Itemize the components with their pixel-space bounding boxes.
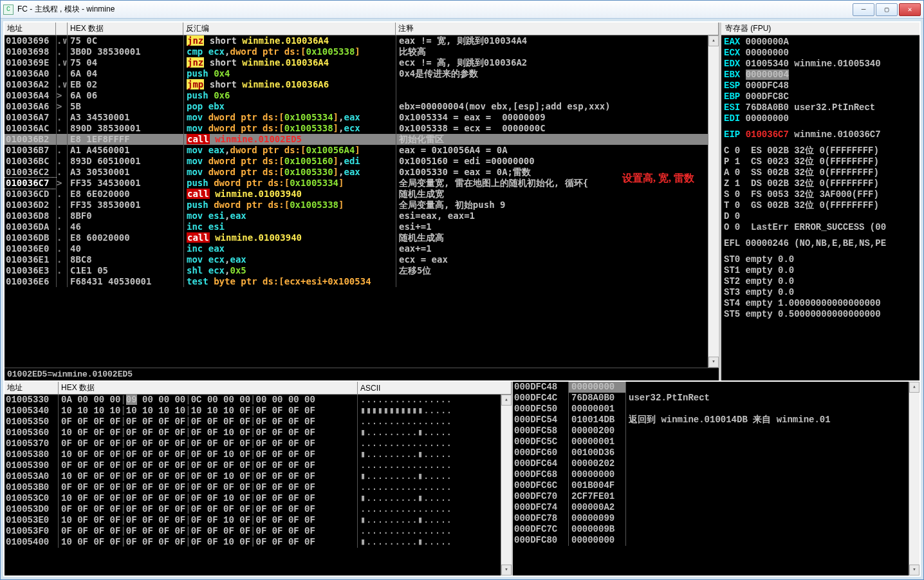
- stack-row[interactable]: 000DFC4800000000: [513, 382, 909, 393]
- disasm-row[interactable]: 010036AC. 890D 38530001mov dword ptr ds:…: [5, 123, 708, 134]
- dump-row[interactable]: 0100536010 0F 0F 0F|0F 0F 0F 0F|0F 0F 10…: [5, 427, 501, 438]
- disasm-row[interactable]: 010036C2. A3 30530001mov dword ptr ds:[0…: [5, 167, 708, 178]
- flag-line[interactable]: C 0 ES 002B 32位 0(FFFFFFFF): [724, 145, 917, 156]
- stack-row[interactable]: 000DFC54010014DB返回到 winmine.010014DB 来自 …: [513, 415, 909, 426]
- scrollbar-disasm[interactable]: ▴ ▾: [708, 35, 719, 368]
- dump-row[interactable]: 010053300A 00 00 00|09 00 00 00|0C 00 00…: [5, 395, 501, 406]
- minimize-button[interactable]: ─: [853, 3, 874, 16]
- disasm-row[interactable]: 010036E0. 40inc eaxeax+=1: [5, 243, 708, 254]
- register-eip[interactable]: EIP 010036C7 winmine.010036C7: [724, 129, 917, 140]
- close-button[interactable]: ✕: [899, 3, 921, 16]
- dump-col-hex[interactable]: HEX 数据: [59, 382, 358, 394]
- stack-row[interactable]: 000DFC6C001B004F: [513, 480, 909, 491]
- scroll-up-icon[interactable]: ▴: [501, 395, 512, 406]
- disasm-row[interactable]: 010036DB. E8 60020000call winmine.010039…: [5, 232, 708, 243]
- dump-row[interactable]: 0100540010 0F 0F 0F|0F 0F 0F 0F|0F 0F 10…: [5, 537, 501, 548]
- titlebar[interactable]: C FC - 主线程 , 模块 - winmine ─ ▢ ✕: [1, 1, 923, 19]
- stack-row[interactable]: 000DFC7C0000009B: [513, 524, 909, 535]
- register-esp[interactable]: ESP 000DFC48: [724, 80, 917, 91]
- register-ebp[interactable]: EBP 000DFC8C: [724, 91, 917, 102]
- register-esi[interactable]: ESI 76D8A0B0 user32.PtInRect: [724, 102, 917, 113]
- disasm-row[interactable]: 0100369E.∨75 04jnz short winmine.010036A…: [5, 57, 708, 68]
- col-disasm[interactable]: 反汇编: [183, 23, 396, 35]
- fpu-line[interactable]: ST5 empty 0.50000000000000000: [724, 309, 917, 320]
- disasm-row[interactable]: 010036B7. A1 A4560001mov eax,dword ptr d…: [5, 145, 708, 156]
- registers-pane[interactable]: 寄存器 (FPU) EAX 0000000AECX 00000000EDX 01…: [720, 23, 919, 380]
- stack-row[interactable]: 000DFC7800000099: [513, 513, 909, 524]
- scroll-down-icon[interactable]: ▾: [909, 565, 919, 575]
- scroll-down-icon[interactable]: ▾: [708, 357, 719, 368]
- dump-row[interactable]: 010053E010 0F 0F 0F|0F 0F 0F 0F|0F 0F 10…: [5, 515, 501, 526]
- efl-line[interactable]: EFL 00000246 (NO,NB,E,BE,NS,PE: [724, 238, 917, 249]
- scroll-down-icon[interactable]: ▾: [501, 565, 512, 575]
- stack-row[interactable]: 000DFC6800000000: [513, 469, 909, 480]
- fpu-line[interactable]: ST2 empty 0.0: [724, 276, 917, 287]
- disasm-row[interactable]: 010036E3. C1E1 05shl ecx,0x5左移5位: [5, 265, 708, 276]
- stack-row[interactable]: 000DFC702CF7FE01: [513, 491, 909, 502]
- col-hex[interactable]: HEX 数据: [68, 23, 183, 35]
- dump-row[interactable]: 010053B00F 0F 0F 0F|0F 0F 0F 0F|0F 0F 0F…: [5, 482, 501, 493]
- disasm-row[interactable]: 010036D2. FF35 38530001push dword ptr ds…: [5, 200, 708, 210]
- register-ecx[interactable]: ECX 00000000: [724, 48, 917, 59]
- stack-row[interactable]: 000DFC5000000001: [513, 404, 909, 415]
- dump-row[interactable]: 0100534010 10 10 10|10 10 10 10|10 10 10…: [5, 406, 501, 416]
- disasm-row[interactable]: 01003698. 3B0D 38530001cmp ecx,dword ptr…: [5, 46, 708, 57]
- dump-row[interactable]: 010053F00F 0F 0F 0F|0F 0F 0F 0F|0F 0F 0F…: [5, 526, 501, 537]
- disasm-row[interactable]: 010036B2. E8 1EF8FFFFcall winmine.01002E…: [5, 134, 708, 145]
- dump-row[interactable]: 010053500F 0F 0F 0F|0F 0F 0F 0F|0F 0F 0F…: [5, 416, 501, 427]
- maximize-button[interactable]: ▢: [876, 3, 898, 16]
- flag-line[interactable]: A 0 SS 002B 32位 0(FFFFFFFF): [724, 167, 917, 178]
- register-edi[interactable]: EDI 00000000: [724, 113, 917, 124]
- scroll-up-icon[interactable]: ▴: [708, 35, 719, 46]
- scrollbar-stack[interactable]: ▴ ▾: [909, 382, 919, 575]
- disasm-row[interactable]: 010036CD. E8 6E020000call winmine.010039…: [5, 189, 708, 200]
- dump-row[interactable]: 0100538010 0F 0F 0F|0F 0F 0F 0F|0F 0F 10…: [5, 449, 501, 460]
- disasm-row[interactable]: 010036A2.∨EB 02jmp short winmine.010036A…: [5, 79, 708, 90]
- stack-row[interactable]: 000DFC5C00000001: [513, 436, 909, 447]
- flag-line[interactable]: T 0 GS 002B 32位 0(FFFFFFFF): [724, 200, 917, 211]
- disasm-row[interactable]: 010036C7> FF35 34530001push dword ptr ds…: [5, 178, 708, 189]
- disasm-row[interactable]: 010036D8. 8BF0mov esi,eaxesi=eax, eax=1: [5, 210, 708, 221]
- dump-pane[interactable]: 地址 HEX 数据 ASCII 010053300A 00 00 00|09 0…: [5, 382, 513, 575]
- disasm-row[interactable]: 010036E1. 8BC8mov ecx,eaxecx = eax: [5, 254, 708, 265]
- disasm-row[interactable]: 010036A4> 6A 06push 0x6: [5, 90, 708, 101]
- register-edx[interactable]: EDX 01005340 winmine.01005340: [724, 59, 917, 70]
- stack-row[interactable]: 000DFC4C76D8A0B0user32.PtInRect: [513, 393, 909, 404]
- scrollbar-dump[interactable]: ▴ ▾: [501, 395, 512, 575]
- dump-row[interactable]: 010053C010 0F 0F 0F|0F 0F 0F 0F|0F 0F 10…: [5, 493, 501, 504]
- register-ebx[interactable]: EBX 00000004: [724, 70, 917, 80]
- col-comment[interactable]: 注释: [396, 23, 719, 35]
- disasm-row[interactable]: 01003696.∨75 0Cjnz short winmine.010036A…: [5, 35, 708, 46]
- disasm-row[interactable]: 010036A0. 6A 04push 0x40x4是传进来的参数: [5, 68, 708, 79]
- disasm-row[interactable]: 010036A6> 5Bpop ebxebx=00000004(mov ebx,…: [5, 101, 708, 112]
- stack-row[interactable]: 000DFC74000000A2: [513, 502, 909, 513]
- stack-pane[interactable]: 000DFC4800000000000DFC4C76D8A0B0user32.P…: [513, 382, 919, 575]
- register-eax[interactable]: EAX 0000000A: [724, 37, 917, 48]
- dump-col-ascii[interactable]: ASCII: [358, 382, 512, 394]
- flag-line[interactable]: D 0: [724, 211, 917, 222]
- dump-col-addr[interactable]: 地址: [5, 382, 59, 394]
- disasm-row[interactable]: 010036A7. A3 34530001mov dword ptr ds:[0…: [5, 112, 708, 123]
- dump-row[interactable]: 010053D00F 0F 0F 0F|0F 0F 0F 0F|0F 0F 0F…: [5, 504, 501, 515]
- flag-line[interactable]: O 0 LastErr ERROR_SUCCESS (00: [724, 222, 917, 233]
- stack-row[interactable]: 000DFC6000100D36: [513, 447, 909, 458]
- stack-row[interactable]: 000DFC6400000202: [513, 458, 909, 469]
- fpu-line[interactable]: ST1 empty 0.0: [724, 265, 917, 276]
- stack-row[interactable]: 000DFC8000000000: [513, 535, 909, 546]
- disasm-row[interactable]: 010036DA. 46inc esiesi+=1: [5, 221, 708, 232]
- col-address[interactable]: 地址: [5, 23, 56, 35]
- registers-header[interactable]: 寄存器 (FPU): [721, 23, 919, 35]
- flag-line[interactable]: Z 1 DS 002B 32位 0(FFFFFFFF): [724, 178, 917, 189]
- fpu-line[interactable]: ST4 empty 1.00000000000000000: [724, 298, 917, 309]
- scroll-up-icon[interactable]: ▴: [909, 382, 919, 393]
- dump-row[interactable]: 010053A010 0F 0F 0F|0F 0F 0F 0F|0F 0F 10…: [5, 471, 501, 482]
- flag-line[interactable]: S 0 FS 0053 32位 3AF000(FFF): [724, 189, 917, 200]
- fpu-line[interactable]: ST3 empty 0.0: [724, 287, 917, 298]
- flag-line[interactable]: P 1 CS 0023 32位 0(FFFFFFFF): [724, 156, 917, 167]
- disasm-row[interactable]: 010036BC. 893D 60510001mov dword ptr ds:…: [5, 156, 708, 167]
- disassembly-pane[interactable]: 地址 HEX 数据 反汇编 注释 设置高, 宽, 雷数 01003696.∨75…: [5, 23, 720, 380]
- disasm-row[interactable]: 010036E6 F68431 40530001test byte ptr ds…: [5, 276, 708, 287]
- fpu-line[interactable]: ST0 empty 0.0: [724, 254, 917, 265]
- stack-row[interactable]: 000DFC5800000200: [513, 426, 909, 436]
- dump-row[interactable]: 010053900F 0F 0F 0F|0F 0F 0F 0F|0F 0F 0F…: [5, 460, 501, 471]
